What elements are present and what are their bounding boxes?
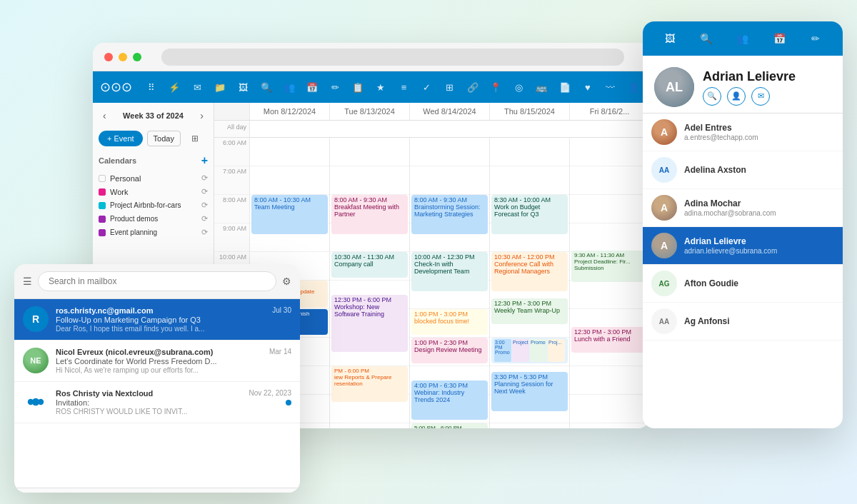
prev-month-button[interactable]: ‹ bbox=[99, 109, 111, 123]
email-list: R ros.christy.nc@gmail.com Follow-Up on … bbox=[14, 299, 300, 488]
event-software-training[interactable]: 12:30 PM - 6:00 PMWorkshop: New Software… bbox=[331, 295, 408, 352]
calendar-actions: + Event Today ⊞ bbox=[99, 128, 208, 148]
contact-avatar-ag: AA bbox=[651, 308, 677, 334]
contact-afton[interactable]: AG Afton Goudie bbox=[643, 265, 843, 303]
calendar-work[interactable]: Work ⟳ bbox=[99, 185, 208, 198]
calendar-demos[interactable]: Product demos ⟳ bbox=[99, 212, 208, 226]
event-project-deadline[interactable]: 9:30 AM - 11:30 AMProject Deadline: Fir.… bbox=[571, 251, 648, 282]
event-breakfast[interactable]: 8:00 AM - 9:30 AMBreakfast Meeting with … bbox=[331, 195, 408, 234]
toolbar-flash-icon[interactable]: ⚡ bbox=[165, 77, 184, 97]
wednesday-column: 8:00 AM - 9:30 AMBrainstorming Session: … bbox=[410, 138, 490, 428]
toolbar-mail-icon[interactable]: ✉ bbox=[188, 77, 206, 97]
add-event-button[interactable]: + Event bbox=[99, 131, 143, 146]
toolbar-circle-icon[interactable]: ◎ bbox=[509, 77, 528, 97]
email-item-2[interactable]: NE Nicol Evreux (nicol.evreux@subrana.co… bbox=[14, 341, 300, 382]
event-lunch[interactable]: 12:30 PM - 3:00 PMLunch with a Friend bbox=[571, 327, 648, 353]
toolbar-edit-icon[interactable]: ✏ bbox=[326, 77, 344, 97]
demos-dot bbox=[99, 216, 106, 223]
contacts-tool-calendar[interactable]: 📅 bbox=[769, 29, 789, 49]
search-input[interactable] bbox=[38, 271, 276, 291]
toolbar-files-icon[interactable]: 📁 bbox=[211, 77, 229, 97]
header-fri: Fri 8/16/2... bbox=[570, 103, 650, 120]
filter-icon[interactable]: ⚙ bbox=[282, 276, 291, 287]
toolbar-list-icon[interactable]: ≡ bbox=[395, 77, 414, 97]
contact-avatar-adelina: AA bbox=[651, 157, 677, 183]
contacts-tool-people[interactable]: 👥 bbox=[733, 29, 753, 49]
toolbar-check-icon[interactable]: ✓ bbox=[418, 77, 436, 97]
contacts-tool-photo[interactable]: 🖼 bbox=[660, 29, 680, 49]
contact-avatar-adel: A bbox=[651, 119, 677, 145]
header-tue: Tue 8/13/2024 bbox=[330, 103, 410, 120]
email-item-1[interactable]: R ros.christy.nc@gmail.com Follow-Up on … bbox=[14, 299, 300, 341]
event-planning-next[interactable]: 3:30 PM - 5:30 PMPlanning Session for Ne… bbox=[491, 372, 568, 411]
calendar-airbnb[interactable]: Project Airbnb-for-cars ⟳ bbox=[99, 198, 208, 212]
toolbar-tasks-icon[interactable]: 📋 bbox=[349, 77, 367, 97]
toolbar-map-icon[interactable]: 📍 bbox=[486, 77, 505, 97]
toolbar-star-icon[interactable]: ★ bbox=[371, 77, 390, 97]
header-mon: Mon 8/12/2024 bbox=[250, 103, 330, 120]
main-contact-info: Adrian Lelievre 🔍 👤 ✉ bbox=[703, 69, 796, 106]
toolbar-contacts-icon[interactable]: 👥 bbox=[280, 77, 299, 97]
nextcloud-toolbar: ⊙⊙⊙ ⠿ ⚡ ✉ 📁 🖼 🔍 👥 📅 ✏ 📋 ★ ≡ ✓ ⊞ 🔗 📍 ◎ 🚌 … bbox=[93, 71, 650, 103]
email-panel: ☰ ⚙ R ros.christy.nc@gmail.com Follow-Up… bbox=[14, 264, 300, 493]
toolbar-wave-icon[interactable]: 〰 bbox=[601, 77, 620, 97]
nextcloud-logo: ⊙⊙⊙ bbox=[100, 79, 132, 95]
contact-search-btn[interactable]: 🔍 bbox=[703, 87, 721, 106]
email-item-3[interactable]: Ros Christy via Nextcloud Invitation: RO… bbox=[14, 382, 300, 423]
toolbar-apps-icon[interactable]: ⠿ bbox=[142, 77, 161, 97]
toolbar-doc-icon[interactable]: 📄 bbox=[556, 77, 574, 97]
contact-info-adrian: Adrian Lelievre adrian.lelievre@subrana.… bbox=[684, 236, 834, 255]
toolbar-grid-icon[interactable]: ⊞ bbox=[441, 77, 459, 97]
week-title: Week 33 of 2024 bbox=[123, 111, 184, 120]
email-meta-2: Mar 14 bbox=[269, 348, 291, 356]
contacts-tool-edit[interactable]: ✏ bbox=[806, 29, 826, 49]
window-titlebar bbox=[93, 43, 650, 71]
event-multi[interactable]: 3:00 PM Promo Project Promo Proj... bbox=[491, 338, 568, 363]
address-bar bbox=[161, 49, 624, 66]
toolbar-calendar-icon[interactable]: 📅 bbox=[303, 77, 321, 97]
event-company-call[interactable]: 10:30 AM - 11:30 AMCompany call bbox=[331, 252, 408, 278]
contact-action-buttons: 🔍 👤 ✉ bbox=[703, 87, 796, 106]
event-dev-checkin[interactable]: 10:00 AM - 12:30 PMCheck-In with Develop… bbox=[411, 252, 488, 291]
event-blog-post[interactable]: 5:00 PM - 6:00 PMWrite and Edit Blog Pos… bbox=[411, 423, 488, 428]
event-budget[interactable]: 8:30 AM - 10:00 AMWork on Budget Forecas… bbox=[491, 195, 568, 234]
contact-person-btn[interactable]: 👤 bbox=[727, 87, 746, 106]
contacts-header: AL Adrian Lelievre 🔍 👤 ✉ bbox=[643, 56, 843, 114]
contact-mail-btn[interactable]: ✉ bbox=[751, 87, 770, 106]
contact-adel[interactable]: A Adel Entres a.entres@techapp.com bbox=[643, 114, 843, 151]
email-avatar-3-nextcloud bbox=[23, 389, 49, 415]
contact-adina[interactable]: A Adina Mochar adina.mochar@sobrana.com bbox=[643, 189, 843, 227]
calendar-personal[interactable]: Personal ⟳ bbox=[99, 171, 208, 185]
add-calendar-icon[interactable]: + bbox=[201, 154, 208, 167]
contact-adelina[interactable]: AA Adelina Axston bbox=[643, 151, 843, 189]
event-focus-time[interactable]: 1:00 PM - 3:00 PMblocked focus time! bbox=[411, 309, 488, 335]
close-dot[interactable] bbox=[104, 53, 113, 61]
calendar-header-row: Mon 8/12/2024 Tue 8/13/2024 Wed 8/14/202… bbox=[214, 103, 650, 121]
contact-adrian[interactable]: A Adrian Lelievre adrian.lelievre@subran… bbox=[643, 227, 843, 265]
toolbar-heart-icon[interactable]: ♥ bbox=[578, 77, 597, 97]
view-toggle-icon[interactable]: ⊞ bbox=[185, 128, 205, 148]
contacts-tool-search[interactable]: 🔍 bbox=[696, 29, 716, 49]
today-button[interactable]: Today bbox=[147, 131, 181, 146]
email-menu-icon[interactable]: ☰ bbox=[23, 276, 32, 287]
event-design-review[interactable]: 1:00 PM - 2:30 PMDesign Review Meeting bbox=[411, 338, 488, 363]
contact-ag[interactable]: AA Ag Anfonsi bbox=[643, 303, 843, 341]
next-month-button[interactable]: › bbox=[196, 109, 208, 123]
contacts-panel: 🖼 🔍 👥 📅 ✏ AL Adrian Lelievre 🔍 👤 ✉ A Ade… bbox=[643, 21, 843, 428]
event-team-meeting[interactable]: 8:00 AM - 10:30 AMTeam Meeting bbox=[251, 195, 328, 234]
event-team-wrapup[interactable]: 12:30 PM - 3:00 PMWeekly Team Wrap-Up bbox=[491, 298, 568, 324]
event-reports[interactable]: PM - 6:00 PMiew Reports & Prepareresenta… bbox=[331, 366, 408, 402]
event-conf-call[interactable]: 10:30 AM - 12:00 PMConference Call with … bbox=[491, 252, 568, 291]
calendar-nav: ‹ Week 33 of 2024 › bbox=[99, 109, 208, 123]
toolbar-search-icon[interactable]: 🔍 bbox=[257, 77, 276, 97]
toolbar-photos-icon[interactable]: 🖼 bbox=[234, 77, 253, 97]
toolbar-bus-icon[interactable]: 🚌 bbox=[532, 77, 551, 97]
toolbar-link-icon[interactable]: 🔗 bbox=[463, 77, 482, 97]
event-brainstorm[interactable]: 8:00 AM - 9:30 AMBrainstorming Session: … bbox=[411, 195, 488, 234]
event-webinar[interactable]: 4:00 PM - 6:30 PMWebinar: Industry Trend… bbox=[411, 380, 488, 420]
calendar-events[interactable]: Event planning ⟳ bbox=[99, 226, 208, 239]
toolbar-person-icon[interactable]: 👤 bbox=[624, 77, 643, 97]
maximize-dot[interactable] bbox=[133, 53, 141, 61]
minimize-dot[interactable] bbox=[119, 53, 127, 61]
tuesday-column: 8:00 AM - 9:30 AMBreakfast Meeting with … bbox=[330, 138, 410, 428]
